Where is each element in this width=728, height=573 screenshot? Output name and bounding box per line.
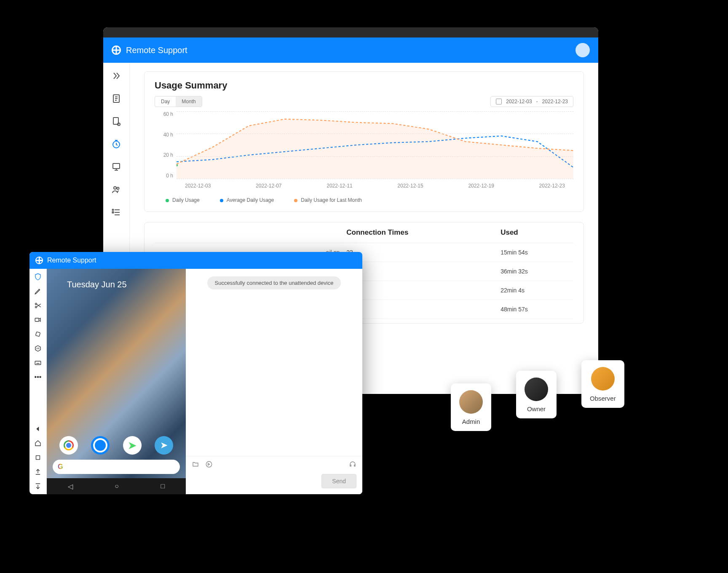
send-button[interactable]: Send <box>321 474 356 488</box>
date-range-picker[interactable]: 2022-12-03 - 2022-12-23 <box>490 96 573 107</box>
device-date: Tuesday Jun 25 <box>47 269 186 289</box>
svg-point-2 <box>118 123 120 126</box>
col-connection-times: Connection Times <box>343 222 497 243</box>
video-icon[interactable] <box>33 315 43 324</box>
google-search-bar[interactable]: G <box>53 460 180 474</box>
usage-summary-title: Usage Summary <box>155 80 573 91</box>
presentation-icon[interactable] <box>111 161 122 172</box>
user-avatar[interactable] <box>575 43 590 57</box>
square-icon[interactable] <box>33 453 43 462</box>
support-logo-icon <box>112 46 121 55</box>
viewer-header: Remote Support <box>29 252 362 269</box>
connection-toast: Successfully connected to the unattended… <box>207 276 341 289</box>
rotate-icon[interactable] <box>33 329 43 339</box>
nav-home-icon[interactable]: ○ <box>115 482 119 490</box>
avatar <box>525 378 548 401</box>
device-dock: ➤ ➤ <box>47 436 186 460</box>
date-to: 2022-12-23 <box>542 99 568 104</box>
svg-rect-15 <box>35 361 41 364</box>
svg-rect-16 <box>36 456 40 460</box>
usage-summary-card: Usage Summary Day Month 2022-12-03 - 202… <box>144 71 584 212</box>
legend-avg-daily-usage: Average Daily Usage <box>220 197 274 203</box>
list-icon[interactable] <box>111 207 122 218</box>
chrome-app-icon[interactable] <box>59 436 78 455</box>
svg-rect-4 <box>113 163 120 169</box>
calendar-icon <box>496 99 502 104</box>
device-navbar: ◁ ○ □ <box>47 478 186 494</box>
svg-rect-8 <box>112 212 114 213</box>
chart-legend: Daily Usage Average Daily Usage Daily Us… <box>155 197 573 203</box>
range-segmented-control: Day Month <box>155 96 202 107</box>
col-used: Used <box>497 222 573 243</box>
role-card-owner[interactable]: Owner <box>516 371 557 418</box>
keyboard-icon[interactable] <box>33 358 43 367</box>
role-label: Admin <box>462 418 480 425</box>
pen-icon[interactable] <box>33 286 43 296</box>
more-icon[interactable]: ••• <box>33 372 43 382</box>
nav-back-icon[interactable]: ◁ <box>68 482 73 490</box>
clock-icon[interactable] <box>111 139 122 150</box>
google-logo-icon: G <box>58 463 63 471</box>
upload-icon[interactable] <box>33 467 43 477</box>
viewer-toolbar: AR ••• <box>29 269 47 494</box>
support-app-icon[interactable] <box>91 436 110 455</box>
users-icon[interactable] <box>111 184 122 195</box>
headset-icon[interactable] <box>349 461 356 470</box>
svg-rect-13 <box>35 332 40 336</box>
scissors-icon[interactable] <box>33 301 43 310</box>
viewer-title: Remote Support <box>47 257 96 264</box>
role-label: Owner <box>527 405 546 412</box>
audio-icon[interactable] <box>205 461 213 470</box>
download-icon[interactable] <box>33 482 43 491</box>
back-icon[interactable] <box>33 424 43 434</box>
home-icon[interactable] <box>33 439 43 448</box>
date-sep: - <box>536 99 538 104</box>
role-label: Observer <box>590 395 616 402</box>
avatar <box>459 390 483 414</box>
ar-icon[interactable]: AR <box>33 344 43 353</box>
chat-input-bar <box>186 456 362 474</box>
svg-point-7 <box>112 209 114 211</box>
svg-point-17 <box>206 461 212 467</box>
dashboard-header: Remote Support <box>103 37 598 63</box>
svg-text:AR: AR <box>36 347 40 350</box>
device-screen[interactable]: Tuesday Jun 25 ➤ ➤ G ◁ ○ □ <box>47 269 186 494</box>
nav-recents-icon[interactable]: □ <box>161 482 165 490</box>
seg-month[interactable]: Month <box>176 96 201 107</box>
svg-rect-12 <box>35 318 39 321</box>
legend-daily-usage: Daily Usage <box>166 197 200 203</box>
send-app-icon[interactable]: ➤ <box>123 436 142 455</box>
expand-icon[interactable] <box>111 70 122 81</box>
window-titlebar <box>103 27 598 37</box>
svg-point-5 <box>114 187 116 189</box>
shield-icon[interactable] <box>33 272 43 281</box>
role-card-admin[interactable]: Admin <box>451 383 491 431</box>
report-icon[interactable] <box>111 116 122 127</box>
telegram-app-icon[interactable]: ➤ <box>155 436 173 455</box>
folder-icon[interactable] <box>192 461 199 470</box>
seg-day[interactable]: Day <box>155 96 176 107</box>
support-logo-icon <box>35 257 43 264</box>
dashboard-title: Remote Support <box>126 46 187 55</box>
usage-chart: 60 h40 h20 h0 h 2022-12-032022-12-072022… <box>155 111 573 195</box>
chat-panel: Successfully connected to the unattended… <box>186 269 362 494</box>
remote-viewer-window: Remote Support AR ••• Tuesday Jun 2 <box>29 252 362 494</box>
legend-last-month: Daily Usage for Last Month <box>294 197 362 203</box>
role-card-observer[interactable]: Observer <box>581 360 624 408</box>
date-from: 2022-12-03 <box>506 99 532 104</box>
avatar <box>591 367 615 391</box>
svg-point-6 <box>117 187 119 190</box>
document-icon[interactable] <box>111 93 122 104</box>
